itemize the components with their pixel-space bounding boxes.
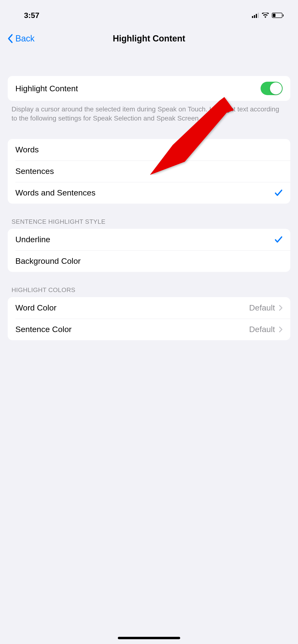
sentence-color-value: Default <box>249 325 275 334</box>
highlight-content-toggle[interactable] <box>261 82 283 95</box>
status-bar: 3:57 <box>0 0 298 24</box>
word-color-row[interactable]: Word Color Default <box>8 297 290 319</box>
mode-words-sentences-label: Words and Sentences <box>15 188 95 198</box>
word-color-value-wrap: Default <box>249 303 283 312</box>
back-label: Back <box>15 34 35 44</box>
highlight-colors-group: Word Color Default Sentence Color Defaul… <box>8 297 290 340</box>
highlight-colors-header: HIGHLIGHT COLORS <box>0 272 298 297</box>
mode-words-sentences-row[interactable]: Words and Sentences <box>8 182 290 204</box>
back-button[interactable]: Back <box>7 34 35 44</box>
style-background-label: Background Color <box>15 256 81 266</box>
chevron-right-icon <box>279 326 283 332</box>
mode-words-label: Words <box>15 145 39 154</box>
word-color-label: Word Color <box>15 303 56 312</box>
wifi-icon <box>262 13 269 18</box>
sentence-color-row[interactable]: Sentence Color Default <box>8 319 290 340</box>
sentence-style-group: Underline Background Color <box>8 229 290 272</box>
sentence-color-label: Sentence Color <box>15 325 72 334</box>
battery-icon <box>272 13 284 18</box>
checkmark-icon <box>274 189 283 197</box>
chevron-right-icon <box>279 305 283 311</box>
checkmark-icon <box>274 236 283 244</box>
style-underline-label: Underline <box>15 235 50 244</box>
toggle-knob <box>270 82 282 94</box>
highlight-content-label: Highlight Content <box>15 84 78 93</box>
status-time: 3:57 <box>24 11 39 20</box>
cellular-signal-icon <box>252 13 259 18</box>
status-indicators <box>252 13 284 18</box>
home-indicator[interactable] <box>118 637 180 639</box>
style-background-row[interactable]: Background Color <box>8 250 290 272</box>
highlight-mode-group: Words Sentences Words and Sentences <box>8 139 290 204</box>
navigation-bar: Back Highlight Content <box>0 24 298 56</box>
sentence-color-value-wrap: Default <box>249 325 283 334</box>
style-underline-row[interactable]: Underline <box>8 229 290 250</box>
page-title: Highlight Content <box>7 34 291 44</box>
toggle-group: Highlight Content <box>8 76 290 101</box>
word-color-value: Default <box>249 303 275 312</box>
mode-sentences-label: Sentences <box>15 166 54 176</box>
toggle-footer: Display a cursor around the selected ite… <box>0 101 298 123</box>
sentence-style-header: SENTENCE HIGHLIGHT STYLE <box>0 204 298 229</box>
mode-words-row[interactable]: Words <box>8 139 290 160</box>
highlight-content-row[interactable]: Highlight Content <box>8 76 290 101</box>
chevron-left-icon <box>7 34 14 43</box>
mode-sentences-row[interactable]: Sentences <box>8 160 290 182</box>
